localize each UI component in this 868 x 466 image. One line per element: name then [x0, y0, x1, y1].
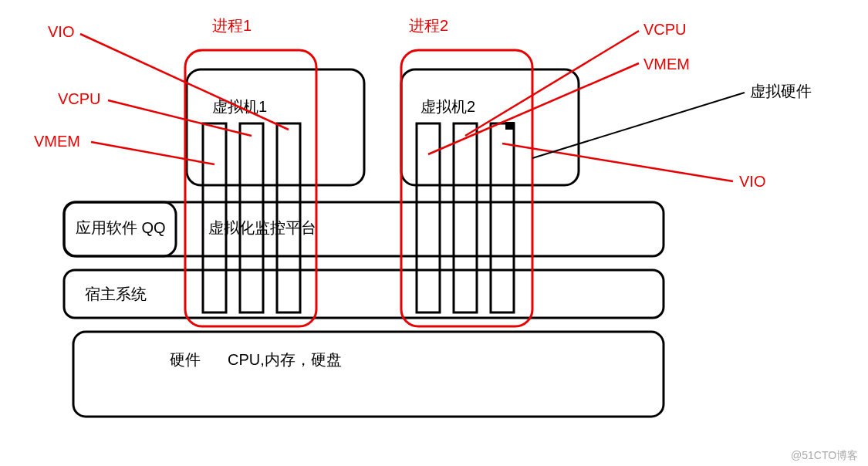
- vmem-left-label: VMEM: [34, 133, 80, 150]
- virtualization-diagram: 硬件 CPU,内存，硬盘 宿主系统 虚拟化监控平台 应用软件 QQ 虚拟机1 虚…: [0, 0, 868, 466]
- virtual-hw-label: 虚拟硬件: [750, 83, 812, 100]
- vio-right-label: VIO: [739, 173, 765, 190]
- vm1-thread-vio: [277, 123, 300, 312]
- layer-host-os: [64, 270, 664, 318]
- vio-left-label: VIO: [48, 23, 74, 40]
- vm2-thread-vcpu: [454, 123, 477, 312]
- host-os-label: 宿主系统: [85, 285, 147, 302]
- watermark: @51CTO博客: [791, 449, 858, 461]
- tick-mark: [505, 122, 515, 130]
- vm1-thread-vcpu: [240, 123, 263, 312]
- layer-hardware: [73, 332, 664, 417]
- vm2-thread-vio: [491, 123, 514, 312]
- vcpu-right-label: VCPU: [643, 21, 687, 38]
- hardware-label: 硬件: [170, 351, 201, 368]
- line-virtual-hw: [532, 93, 745, 158]
- hardware-detail: CPU,内存，硬盘: [228, 351, 342, 368]
- vm1-thread-vmem: [203, 123, 226, 312]
- line-vmem-left: [91, 142, 214, 164]
- line-vcpu-right: [465, 31, 639, 136]
- process2-label: 进程2: [409, 17, 448, 34]
- vmem-right-label: VMEM: [643, 56, 690, 73]
- line-vio-right: [502, 144, 733, 181]
- vm2-label: 虚拟机2: [420, 98, 475, 115]
- process1-label: 进程1: [212, 17, 252, 34]
- vcpu-left-label: VCPU: [58, 90, 101, 107]
- app-qq-label: 应用软件 QQ: [76, 219, 166, 236]
